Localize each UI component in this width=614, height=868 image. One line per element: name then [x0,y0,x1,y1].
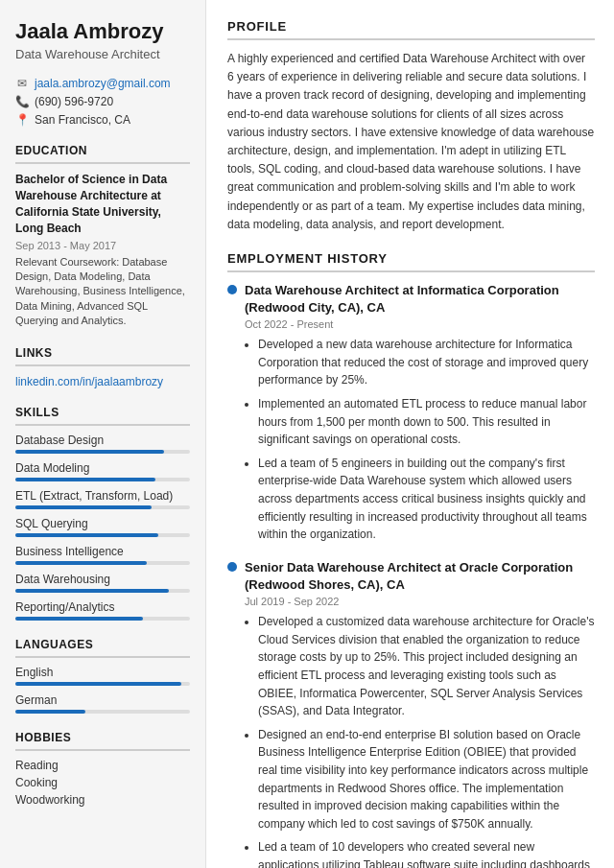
skill-label: ETL (Extract, Transform, Load) [15,489,190,503]
contact-phone: 📞 (690) 596-9720 [15,95,190,108]
candidate-title: Data Warehouse Architect [15,47,190,61]
profile-section-title: PROFILE [227,19,595,40]
skill-label: Business Intelligence [15,545,190,558]
job-bullet: Developed a customized data warehouse ar… [258,613,595,720]
phone-icon: 📞 [15,95,29,108]
hobbies-section-title: HOBBIES [15,731,190,751]
skill-bar-fill [15,505,152,509]
job-bullet: Led a team of 5 engineers in building ou… [258,455,595,544]
job-bullet: Implemented an automated ETL process to … [258,395,595,449]
job-dot [227,562,237,572]
email-link[interactable]: jaala.ambrozy@gmail.com [35,77,171,90]
languages-section-title: LANGUAGES [15,638,190,658]
language-bar-bg [15,710,190,714]
job-bullets: Developed a customized data warehouse ar… [245,613,595,868]
skill-item: SQL Querying [15,517,190,537]
location-icon: 📍 [15,113,29,127]
jobs-list: Data Warehouse Architect at Informatica … [227,282,595,868]
skill-bar-bg [15,533,190,537]
phone-text: (690) 596-9720 [35,95,113,108]
profile-text: A highly experienced and certified Data … [227,50,595,234]
job-entry: Senior Data Warehouse Architect at Oracl… [227,559,595,868]
job-bullet: Developed a new data warehouse architect… [258,336,595,389]
skill-label: Data Warehousing [15,573,190,586]
skill-bar-fill [15,533,158,537]
edu-coursework: Relevant Coursework: Database Design, Da… [15,255,190,329]
language-bar-fill [15,682,181,686]
skill-label: SQL Querying [15,517,190,530]
skill-bar-fill [15,561,147,565]
skill-label: Data Modeling [15,461,190,475]
skill-bar-bg [15,505,190,509]
skill-bar-bg [15,617,190,621]
skill-item: Database Design [15,434,190,454]
hobby-item: Woodworking [15,793,190,807]
language-bar-fill [15,710,85,714]
skills-list: Database Design Data Modeling ETL (Extra… [15,434,190,621]
hobby-item: Cooking [15,776,190,789]
job-dot [227,285,237,294]
employment-section-title: EMPLOYMENT HISTORY [227,251,595,272]
skill-bar-fill [15,589,169,593]
skill-bar-bg [15,589,190,593]
edu-dates: Sep 2013 - May 2017 [15,240,190,251]
job-dates: Jul 2019 - Sep 2022 [245,596,595,607]
skills-section-title: SKILLS [15,406,190,426]
job-header: Data Warehouse Architect at Informatica … [227,282,595,317]
hobbies-list: ReadingCookingWoodworking [15,759,190,807]
skill-bar-fill [15,450,164,454]
edu-degree: Bachelor of Science in Data Warehouse Ar… [15,172,190,236]
main-content: PROFILE A highly experienced and certifi… [206,0,614,868]
language-label: German [15,693,190,707]
contact-location: 📍 San Francisco, CA [15,113,190,127]
job-bullet: Designed an end-to-end enterprise BI sol… [258,726,595,833]
skill-bar-bg [15,450,190,454]
language-item: English [15,666,190,686]
language-label: English [15,666,190,679]
location-text: San Francisco, CA [35,113,130,127]
skill-item: Business Intelligence [15,545,190,565]
language-bar-bg [15,682,190,686]
language-item: German [15,693,190,714]
skill-label: Reporting/Analytics [15,600,190,614]
languages-list: English German [15,666,190,714]
skill-bar-fill [15,478,155,481]
contact-email: ✉ jaala.ambrozy@gmail.com [15,77,190,90]
sidebar: Jaala Ambrozy Data Warehouse Architect ✉… [0,0,206,868]
skill-item: ETL (Extract, Transform, Load) [15,489,190,509]
hobby-item: Reading [15,759,190,772]
skill-item: Reporting/Analytics [15,600,190,621]
job-title: Data Warehouse Architect at Informatica … [245,282,595,317]
linkedin-anchor[interactable]: linkedin.com/in/jaalaambrozy [15,375,163,388]
job-entry: Data Warehouse Architect at Informatica … [227,282,595,544]
links-section-title: LINKS [15,346,190,366]
skill-item: Data Warehousing [15,573,190,593]
linkedin-link[interactable]: linkedin.com/in/jaalaambrozy [15,374,190,388]
job-bullet: Led a team of 10 developers who created … [258,838,595,868]
skill-bar-bg [15,561,190,565]
job-dates: Oct 2022 - Present [245,318,595,330]
education-section-title: EDUCATION [15,144,190,164]
email-icon: ✉ [15,77,29,90]
job-header: Senior Data Warehouse Architect at Oracl… [227,559,595,594]
skill-bar-bg [15,478,190,481]
skill-bar-fill [15,617,143,621]
skill-item: Data Modeling [15,461,190,481]
job-title: Senior Data Warehouse Architect at Oracl… [245,559,595,594]
candidate-name: Jaala Ambrozy [15,19,190,44]
skill-label: Database Design [15,434,190,447]
job-bullets: Developed a new data warehouse architect… [245,336,595,544]
